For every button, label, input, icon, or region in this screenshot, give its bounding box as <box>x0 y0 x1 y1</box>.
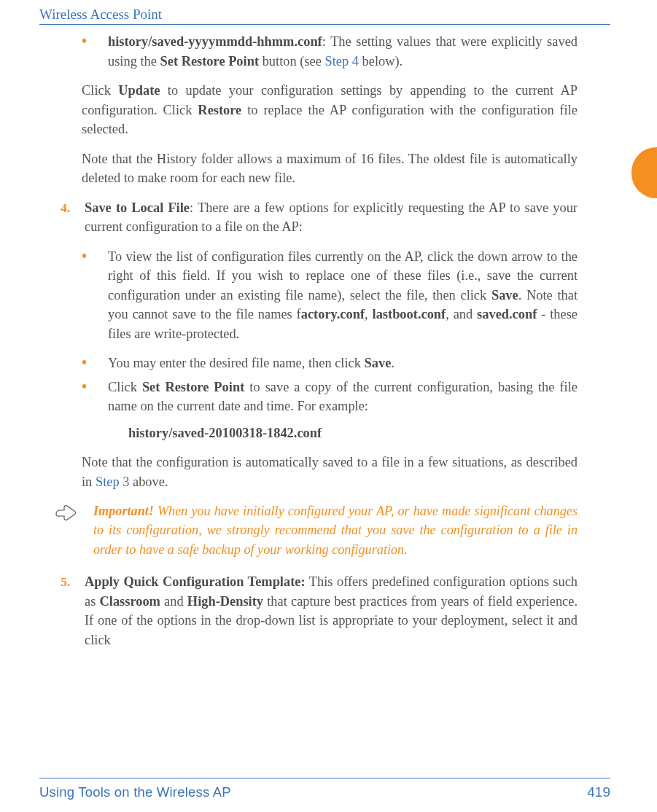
step-5-number: 5. <box>61 575 70 589</box>
example-path: history/saved-20100318-1842.conf <box>128 423 578 443</box>
bottom-rule <box>39 778 610 778</box>
link-step-3[interactable]: Step 3 <box>96 475 130 489</box>
pointing-hand-icon <box>54 501 77 559</box>
bullet-icon: • <box>82 34 92 48</box>
page-number: 419 <box>587 784 610 800</box>
running-head: Wireless Access Point <box>39 7 162 23</box>
step4-bullet-enter-name: You may enter the desired file name, the… <box>108 354 578 373</box>
bullet-icon: • <box>82 249 92 263</box>
para-history-folder-note: Note that the History folder allows a ma… <box>82 149 578 188</box>
para-update-restore: Click Update to update your configuratio… <box>82 81 578 139</box>
important-callout: Important! When you have initially confi… <box>54 501 578 559</box>
top-rule <box>39 24 610 25</box>
side-tab-thumb <box>631 147 657 198</box>
step4-closing-note: Note that the configuration is automatic… <box>82 453 578 491</box>
body-content: • history/saved-yyyymmdd-hhmm.conf: The … <box>54 32 578 649</box>
important-text: Important! When you have initially confi… <box>93 501 578 559</box>
footer-section-title: Using Tools on the Wireless AP <box>39 784 231 800</box>
step-4-number: 4. <box>61 201 70 215</box>
step-5-text: Apply Quick Configuration Template: This… <box>85 572 578 649</box>
step4-bullet-set-restore: Click Set Restore Point to save a copy o… <box>108 378 578 416</box>
step4-bullet-view-list: To view the list of configuration files … <box>108 247 578 344</box>
bullet-history-saved: history/saved-yyyymmdd-hhmm.conf: The se… <box>108 32 578 71</box>
link-step-4[interactable]: Step 4 <box>324 54 359 69</box>
bullet-icon: • <box>82 379 92 394</box>
step-4-heading: Save to Local File: There are a few opti… <box>85 198 578 237</box>
bullet-icon: • <box>82 355 92 370</box>
